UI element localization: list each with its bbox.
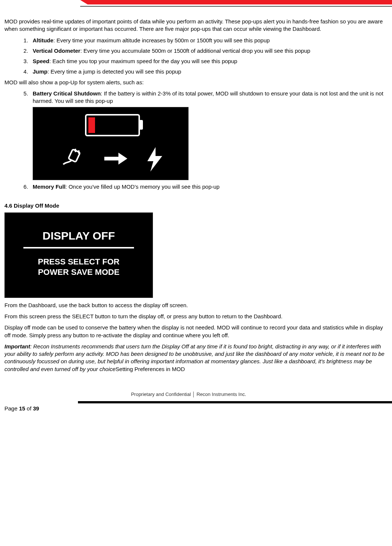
desc: : Every time a jump is detected you will… <box>48 68 181 75</box>
svg-marker-4 <box>118 153 127 165</box>
term: Altitude <box>33 37 53 43</box>
footer-center-text: Proprietary and Confidential │ Recon Ins… <box>0 391 392 397</box>
lightning-bolt-icon <box>144 146 165 172</box>
term: Speed <box>33 58 49 64</box>
list-item: Speed: Each time you top your maximum sp… <box>30 58 388 65</box>
sub-line-1: PRESS SELECT FOR <box>38 257 120 266</box>
term: Jump <box>33 68 48 75</box>
list-item: Altitude: Every time your maximum altitu… <box>30 37 388 44</box>
footer-line <box>78 401 392 403</box>
important-lead: Important <box>4 343 30 350</box>
mid-paragraph: MOD will also show a pop-Up for system a… <box>4 79 388 86</box>
battery-outline-icon <box>85 114 140 136</box>
section-heading: 4.6 Display Off Mode <box>4 202 388 209</box>
list-item: Battery Critical Shutdown: If the batter… <box>30 90 388 181</box>
display-off-title: DISPLAY OFF <box>5 228 153 244</box>
sub-line-2: POWER SAVE MODE <box>38 267 120 277</box>
page-number: Page 15 of 39 <box>4 405 39 412</box>
list-item: Vertical Odometer: Every time you accumu… <box>30 47 388 55</box>
page-total: 39 <box>33 405 39 412</box>
page-current: 15 <box>19 405 25 412</box>
list-item: Memory Full: Once you've filled up MOD's… <box>30 183 388 191</box>
paragraph-b: From this screen press the SELECT button… <box>4 313 388 320</box>
display-off-graphic: DISPLAY OFF PRESS SELECT FOR POWER SAVE … <box>4 212 153 298</box>
term: Vertical Odometer <box>33 48 80 54</box>
paragraph-a: From the Dashboard, use the back button … <box>4 302 388 309</box>
svg-rect-3 <box>104 157 119 160</box>
desc: : Once you've filled up MOD's memory you… <box>65 183 219 190</box>
important-tail: Setting Preferences in MOD <box>115 366 185 372</box>
desc: : Every time your maximum altitude incre… <box>53 37 270 43</box>
desc: : Every time you accumulate 500m or 1500… <box>80 48 310 54</box>
footer: Proprietary and Confidential │ Recon Ins… <box>0 391 392 414</box>
header-underline <box>80 6 392 7</box>
desc: : Each time you top your maximum speed f… <box>49 58 237 64</box>
header-red-stripe <box>88 0 392 4</box>
popup-list-2: Battery Critical Shutdown: If the batter… <box>4 90 388 191</box>
display-off-subtitle: PRESS SELECT FOR POWER SAVE MODE <box>5 257 153 278</box>
plug-icon <box>63 148 85 170</box>
page-content: MOD provides real-time updates of import… <box>0 7 392 380</box>
term: Memory Full <box>33 183 65 190</box>
battery-tip-icon <box>140 120 143 130</box>
important-note: Important: Recon Instruments recommends … <box>4 343 388 373</box>
page-mid: of <box>25 405 33 412</box>
intro-paragraph: MOD provides real-time updates of import… <box>4 18 388 33</box>
term: Battery Critical Shutdown <box>33 90 101 97</box>
header-bar <box>0 0 392 7</box>
paragraph-c: Display off mode can be used to conserve… <box>4 324 388 339</box>
important-body: : Recon Instruments recommends that user… <box>4 343 385 372</box>
battery-low-fill <box>88 117 95 133</box>
svg-marker-5 <box>147 147 162 172</box>
list-item: Jump: Every time a jump is detected you … <box>30 68 388 75</box>
arrow-right-icon <box>103 151 129 166</box>
display-off-divider <box>23 247 134 248</box>
battery-critical-graphic <box>33 107 189 180</box>
popup-list-1: Altitude: Every time your maximum altitu… <box>4 37 388 76</box>
page-prefix: Page <box>4 405 19 412</box>
